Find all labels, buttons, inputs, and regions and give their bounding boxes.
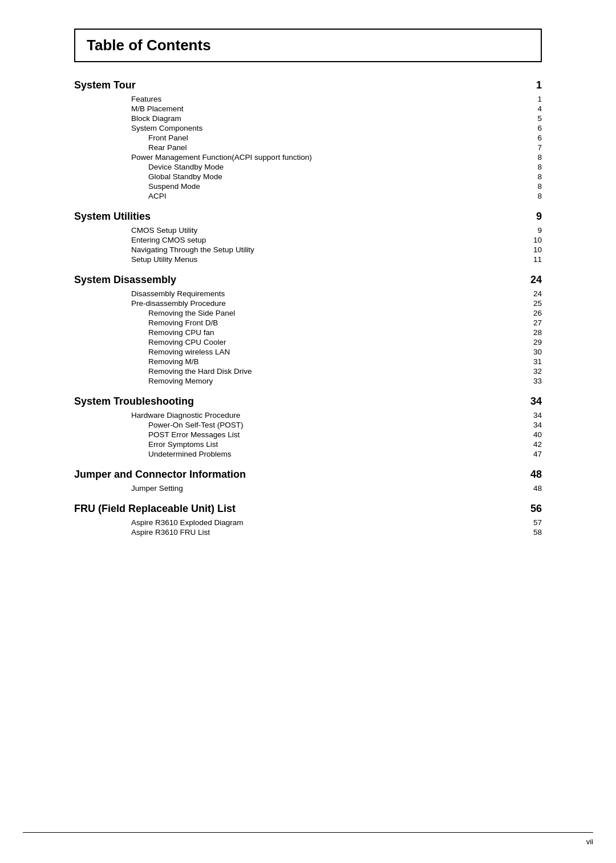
entry-label: Hardware Diagnostic Procedure [131,411,240,420]
entry-label: Undetermined Problems [148,450,232,458]
toc-entry: Jumper Setting48 [74,484,542,493]
entry-page: 31 [519,357,542,366]
entry-label: Setup Utility Menus [131,255,197,264]
toc-entry: Global Standby Mode8 [74,172,542,181]
toc-entry: M/B Placement4 [74,104,542,113]
entry-page: 11 [519,255,542,264]
toc-entry: Removing the Side Panel26 [74,309,542,317]
entry-label: Removing the Hard Disk Drive [148,367,252,376]
section-page-jumper-connector: 48 [519,469,542,481]
entry-page: 27 [519,318,542,327]
entry-label: Front Panel [148,134,188,142]
entry-label: ACPI [148,192,167,200]
entry-page: 57 [519,518,542,527]
entry-page: 6 [519,134,542,142]
section-system-disassembly: System Disassembly24Disassembly Requirem… [74,274,542,385]
toc-entry: Removing wireless LAN30 [74,348,542,356]
entry-page: 8 [519,172,542,181]
entry-page: 1 [519,95,542,103]
footer-line: vii [23,832,593,846]
entries-fru-list: Aspire R3610 Exploded Diagram57Aspire R3… [74,518,542,537]
section-header-system-disassembly: System Disassembly24 [74,274,542,286]
title-box: Table of Contents [74,29,542,62]
entry-label: Global Standby Mode [148,172,222,181]
entry-label: Removing wireless LAN [148,348,230,356]
toc-entry: Block Diagram5 [74,114,542,123]
entries-system-utilities: CMOS Setup Utility9Entering CMOS setup10… [74,226,542,264]
toc-entry: Features1 [74,95,542,103]
toc-entry: Removing Memory33 [74,377,542,385]
toc-entry: Rear Panel7 [74,143,542,152]
entry-page: 5 [519,114,542,123]
page-container: Table of Contents System Tour1Features1M… [63,0,553,592]
entry-label: Removing Front D/B [148,318,218,327]
entries-system-tour: Features1M/B Placement4Block Diagram5Sys… [74,95,542,200]
entry-page: 42 [519,440,542,449]
section-title-system-utilities: System Utilities [74,211,151,223]
entry-label: Rear Panel [148,143,187,152]
toc-entry: Removing M/B31 [74,357,542,366]
section-fru-list: FRU (Field Replaceable Unit) List56Aspir… [74,503,542,537]
entry-label: Removing the Side Panel [148,309,235,317]
toc-entry: Power Management Function(ACPI support f… [74,153,542,162]
toc-entry: Suspend Mode8 [74,182,542,191]
section-header-system-troubleshooting: System Troubleshooting34 [74,396,542,408]
toc-entry: POST Error Messages List40 [74,430,542,439]
entry-page: 10 [519,245,542,254]
entries-system-troubleshooting: Hardware Diagnostic Procedure34Power-On … [74,411,542,458]
section-header-fru-list: FRU (Field Replaceable Unit) List56 [74,503,542,515]
toc-entry: Removing CPU fan28 [74,328,542,337]
toc-entry: Entering CMOS setup10 [74,236,542,244]
entry-label: Error Symptoms List [148,440,218,449]
entry-page: 8 [519,163,542,171]
toc-entry: Undetermined Problems47 [74,450,542,458]
entry-page: 24 [519,289,542,298]
section-page-system-troubleshooting: 34 [519,396,542,408]
section-system-troubleshooting: System Troubleshooting34Hardware Diagnos… [74,396,542,458]
entry-page: 26 [519,309,542,317]
entry-label: Suspend Mode [148,182,200,191]
entry-page: 10 [519,236,542,244]
section-title-system-tour: System Tour [74,79,136,91]
page-title: Table of Contents [87,37,529,54]
page-footer: vii [0,832,616,846]
entry-label: POST Error Messages List [148,430,240,439]
toc-entry: ACPI8 [74,192,542,200]
entry-label: Removing M/B [148,357,199,366]
toc-entry: CMOS Setup Utility9 [74,226,542,235]
entry-label: Removing CPU Cooler [148,338,226,346]
toc-entry: Disassembly Requirements24 [74,289,542,298]
entry-page: 30 [519,348,542,356]
section-header-jumper-connector: Jumper and Connector Information48 [74,469,542,481]
section-page-system-tour: 1 [519,79,542,91]
section-page-system-disassembly: 24 [519,274,542,286]
toc-entry: Setup Utility Menus11 [74,255,542,264]
entry-page: 33 [519,377,542,385]
entries-system-disassembly: Disassembly Requirements24Pre-disassembl… [74,289,542,385]
toc-entry: Aspire R3610 Exploded Diagram57 [74,518,542,527]
entry-label: Entering CMOS setup [131,236,206,244]
entries-jumper-connector: Jumper Setting48 [74,484,542,493]
entry-page: 34 [519,421,542,429]
section-header-system-utilities: System Utilities9 [74,211,542,223]
toc-entry: Power-On Self-Test (POST)34 [74,421,542,429]
toc-entry: Hardware Diagnostic Procedure34 [74,411,542,420]
toc-entry: Aspire R3610 FRU List58 [74,528,542,537]
entry-page: 7 [519,143,542,152]
entry-page: 48 [519,484,542,493]
toc-entry: Removing CPU Cooler29 [74,338,542,346]
entry-label: Disassembly Requirements [131,289,225,298]
entry-page: 25 [519,299,542,308]
entry-page: 34 [519,411,542,420]
entry-label: Power-On Self-Test (POST) [148,421,244,429]
toc-entry: System Components6 [74,124,542,132]
toc-sections: System Tour1Features1M/B Placement4Block… [74,79,542,537]
section-jumper-connector: Jumper and Connector Information48Jumper… [74,469,542,493]
entry-label: CMOS Setup Utility [131,226,197,235]
entry-page: 8 [519,182,542,191]
toc-entry: Device Standby Mode8 [74,163,542,171]
toc-entry: Error Symptoms List42 [74,440,542,449]
entry-label: Block Diagram [131,114,181,123]
entry-label: Aspire R3610 FRU List [131,528,210,537]
entry-page: 8 [519,153,542,162]
